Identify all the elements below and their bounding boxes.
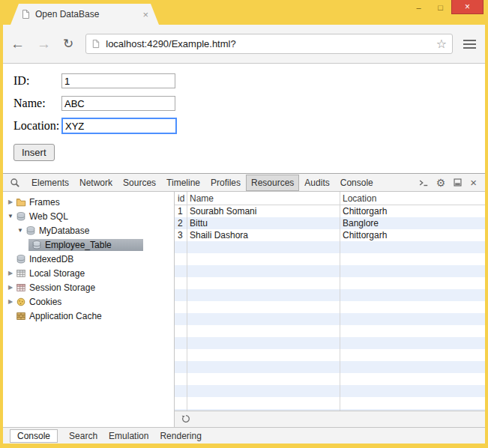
cell-id: 1: [175, 206, 187, 217]
sidebar-item-web-sql[interactable]: ▼ Web SQL: [3, 209, 174, 223]
cell-name: Sourabh Somani: [187, 206, 340, 217]
database-icon: [15, 211, 27, 222]
bottom-tab-emulation[interactable]: Emulation: [109, 431, 148, 441]
devtools-body: ▶ Frames ▼ Web SQL ▼: [3, 192, 485, 427]
data-grid-panel: id Name Location 1 Sourabh Somani Chitto…: [175, 192, 485, 427]
window-controls: – □ ×: [408, 0, 484, 14]
sidebar-item-employee-table[interactable]: Employee_Table: [3, 237, 174, 252]
cookie-icon: [15, 297, 27, 307]
form-row: Name:: [13, 92, 485, 115]
menu-icon[interactable]: [462, 37, 478, 52]
location-label: Location:: [13, 119, 61, 133]
back-icon[interactable]: ←: [10, 37, 25, 51]
column-divider[interactable]: [187, 192, 187, 411]
sidebar-item-session-storage[interactable]: ▶ Session Storage: [3, 280, 174, 294]
sidebar-item-frames[interactable]: ▶ Frames: [3, 195, 174, 209]
browser-tab[interactable]: Open DataBase ×: [10, 4, 159, 25]
table-icon: [31, 240, 43, 250]
storage-grid-icon: [15, 282, 27, 293]
sidebar-item-label: Session Storage: [29, 282, 95, 293]
close-button[interactable]: ×: [451, 0, 484, 14]
grid-body: 1 Sourabh Somani Chittorgarh 2 Bittu Ban…: [175, 205, 485, 411]
devtools-toolbar-right: ⚙ ×: [415, 176, 485, 189]
devtools-panel: Elements Network Sources Timeline Profil…: [3, 173, 485, 444]
maximize-button[interactable]: □: [430, 0, 451, 14]
cell-location: Chittorgarh: [340, 206, 485, 217]
tab-title: Open DataBase: [35, 9, 142, 19]
titlebar: Open DataBase × – □ ×: [3, 0, 485, 25]
chevron-right-icon[interactable]: ▶: [6, 298, 15, 305]
table-row[interactable]: 3 Shaili Dashora Chittorgarh: [175, 229, 485, 241]
bottom-tab-rendering[interactable]: Rendering: [160, 431, 201, 441]
resources-sidebar: ▶ Frames ▼ Web SQL ▼: [3, 192, 175, 427]
devtools-tab-profiles[interactable]: Profiles: [205, 175, 246, 191]
grid-footer: [175, 411, 485, 427]
refresh-table-icon[interactable]: [181, 413, 190, 426]
sidebar-item-application-cache[interactable]: Application Cache: [3, 309, 174, 323]
url-text[interactable]: localhost:4290/Example.html?: [106, 38, 436, 49]
chevron-right-icon[interactable]: ▶: [6, 284, 15, 291]
devtools-tab-sources[interactable]: Sources: [118, 175, 161, 191]
selected-tree-item[interactable]: Employee_Table: [28, 239, 143, 251]
devtools-toolbar: Elements Network Sources Timeline Profil…: [3, 174, 485, 192]
sidebar-item-label: Employee_Table: [45, 240, 112, 250]
cell-name: Shaili Dashora: [187, 230, 340, 240]
sidebar-item-cookies[interactable]: ▶ Cookies: [3, 294, 174, 309]
forward-icon[interactable]: →: [37, 37, 51, 51]
browser-window: Open DataBase × – □ × ← → ↻ localhost:42…: [0, 0, 488, 448]
devtools-tab-elements[interactable]: Elements: [26, 175, 74, 191]
table-row[interactable]: 1 Sourabh Somani Chittorgarh: [175, 205, 485, 217]
application-cache-icon: [15, 311, 27, 321]
refresh-icon[interactable]: ↻: [63, 37, 73, 50]
grid-column-header-location[interactable]: Location: [340, 193, 485, 204]
devtools-tab-resources[interactable]: Resources: [246, 175, 299, 191]
inspect-magnifier-icon[interactable]: [3, 178, 26, 188]
devtools-tab-audits[interactable]: Audits: [299, 175, 334, 191]
minimize-button[interactable]: –: [408, 0, 430, 14]
devtools-tab-console[interactable]: Console: [335, 175, 379, 191]
sidebar-item-label: IndexedDB: [29, 254, 73, 264]
chevron-right-icon[interactable]: ▶: [6, 199, 15, 205]
grid-column-header-id[interactable]: id: [175, 193, 187, 204]
name-label: Name:: [13, 97, 61, 110]
sidebar-item-mydatabase[interactable]: ▼ MyDatabase: [3, 223, 174, 237]
chevron-right-icon[interactable]: ▶: [6, 270, 15, 276]
location-field[interactable]: [61, 118, 177, 134]
devtools-tab-network[interactable]: Network: [74, 175, 118, 191]
database-icon: [15, 254, 27, 264]
table-row[interactable]: 2 Bittu Banglore: [175, 217, 485, 229]
address-bar[interactable]: localhost:4290/Example.html? ☆: [85, 34, 453, 54]
devtools-bottom-bar: Console Search Emulation Rendering: [3, 427, 485, 444]
column-divider[interactable]: [340, 192, 340, 411]
sidebar-item-label: Web SQL: [29, 211, 68, 222]
insert-button[interactable]: Insert: [13, 144, 55, 161]
dock-icon[interactable]: [449, 178, 466, 187]
sidebar-item-label: MyDatabase: [39, 225, 89, 236]
sidebar-item-label: Cookies: [29, 297, 61, 307]
sidebar-item-label: Local Storage: [29, 268, 85, 279]
tab-close-icon[interactable]: ×: [142, 9, 148, 20]
browser-toolbar: ← → ↻ localhost:4290/Example.html? ☆: [3, 25, 485, 64]
bottom-tab-search[interactable]: Search: [69, 431, 97, 441]
storage-grid-icon: [15, 268, 27, 279]
bookmark-star-icon[interactable]: ☆: [436, 37, 447, 51]
grid-column-header-name[interactable]: Name: [187, 193, 340, 204]
folder-icon: [15, 197, 27, 208]
devtools-tab-timeline[interactable]: Timeline: [161, 175, 205, 191]
sidebar-item-indexeddb[interactable]: IndexedDB: [3, 252, 174, 266]
bottom-tab-console[interactable]: Console: [10, 429, 58, 443]
page-icon[interactable]: [91, 39, 100, 49]
devtools-close-icon[interactable]: ×: [466, 176, 481, 189]
cell-id: 3: [175, 230, 187, 240]
grid-header: id Name Location: [175, 192, 485, 205]
sidebar-item-local-storage[interactable]: ▶ Local Storage: [3, 266, 174, 280]
chevron-down-icon[interactable]: ▼: [16, 227, 25, 234]
name-field[interactable]: [61, 96, 175, 111]
gear-icon[interactable]: ⚙: [433, 177, 450, 189]
cell-location: Chittorgarh: [340, 230, 485, 240]
chevron-down-icon[interactable]: ▼: [6, 213, 15, 220]
form-row: ID:: [13, 70, 485, 92]
form-row: Location:: [13, 115, 485, 137]
id-field[interactable]: [61, 73, 175, 88]
console-drawer-icon[interactable]: [415, 178, 433, 188]
